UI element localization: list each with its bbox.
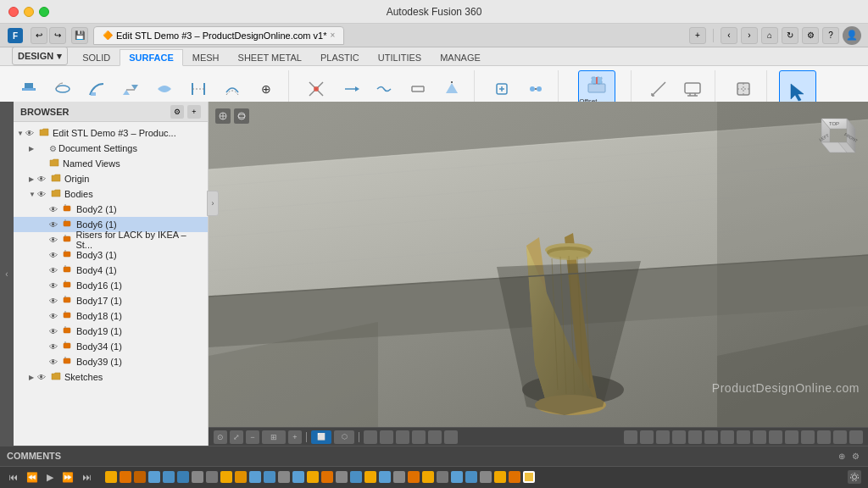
view-btn-9[interactable] — [753, 430, 766, 444]
tree-item-12[interactable]: 👁 Body17 (1) — [14, 293, 208, 308]
tab-surface[interactable]: SURFACE — [120, 49, 183, 66]
skip-to-end-button[interactable]: ⏭ — [81, 470, 93, 484]
tree-item-17[interactable]: ▶ 👁 Sketches — [14, 369, 208, 385]
timeline-op-16[interactable] — [321, 471, 333, 483]
tab-mesh[interactable]: MESH — [183, 48, 229, 65]
help-button[interactable]: ? — [822, 27, 839, 44]
tab-solid[interactable]: SOLID — [73, 48, 120, 65]
timeline-op-2[interactable] — [120, 471, 131, 483]
zoom-in-button[interactable]: + — [288, 430, 302, 444]
extensions-button[interactable]: ⚙ — [802, 27, 819, 44]
timeline-op-15[interactable] — [307, 471, 319, 483]
minimize-button[interactable] — [24, 7, 34, 17]
view-btn-15[interactable] — [849, 430, 863, 444]
design-dropdown[interactable]: DESIGN ▾ — [12, 47, 68, 65]
visibility-toggle-17[interactable]: 👁 — [37, 373, 49, 382]
maximize-button[interactable] — [39, 7, 49, 17]
nav-btn-1[interactable] — [364, 430, 377, 444]
tree-item-1[interactable]: ▼ 👁 Edit STL Demo #3 – Produc... — [14, 125, 208, 141]
timeline-marker[interactable] — [523, 471, 535, 483]
visibility-toggle-5[interactable]: 👁 — [37, 190, 49, 199]
new-tab-button[interactable]: + — [689, 27, 706, 44]
nav-arrow[interactable]: ‹ — [5, 269, 8, 279]
tree-item-14[interactable]: 👁 Body19 (1) — [14, 324, 208, 339]
view-btn-10[interactable] — [769, 430, 782, 444]
tree-item-3[interactable]: Named Views — [14, 156, 208, 171]
tree-item-11[interactable]: 👁 Body16 (1) — [14, 278, 208, 293]
look-at-button[interactable]: ⊙ — [214, 430, 227, 444]
tab-utilities[interactable]: UTILITIES — [369, 48, 431, 65]
view-btn-3[interactable] — [656, 430, 670, 444]
timeline-op-18[interactable] — [350, 471, 362, 483]
skip-to-start-button[interactable]: ⏮ — [7, 470, 19, 484]
tree-item-8[interactable]: 👁 Risers for LACK by IKEA – St... — [14, 232, 208, 247]
nav-btn-2[interactable] — [380, 430, 393, 444]
display-mode-button[interactable]: ⬜ — [311, 430, 331, 444]
tab-manage[interactable]: MANAGE — [431, 48, 490, 65]
view-btn-13[interactable] — [817, 430, 831, 444]
redo-button[interactable]: ↪ — [49, 27, 66, 44]
timeline-op-23[interactable] — [422, 471, 434, 483]
zoom-out-button[interactable]: − — [246, 430, 259, 444]
tree-item-15[interactable]: 👁 Body34 (1) — [14, 339, 208, 354]
timeline-op-22[interactable] — [408, 471, 420, 483]
3d-viewport[interactable]: TOP LEFT FRONT ProductDesignOnline.com — [209, 102, 868, 446]
tree-item-5[interactable]: ▼ 👁 Bodies — [14, 186, 208, 202]
user-avatar[interactable]: 👤 — [843, 26, 861, 45]
visibility-toggle-6[interactable]: 👁 — [49, 205, 61, 214]
timeline-op-1[interactable] — [105, 471, 117, 483]
timeline-op-10[interactable] — [235, 471, 247, 483]
visibility-toggle-9[interactable]: 👁 — [49, 251, 61, 260]
nav-btn-6[interactable] — [444, 430, 458, 444]
tree-item-6[interactable]: 👁 Body2 (1) — [14, 202, 208, 217]
timeline-op-24[interactable] — [437, 471, 448, 483]
toggle-1[interactable]: ▼ — [17, 130, 25, 137]
timeline-op-12[interactable] — [264, 471, 275, 483]
tree-item-10[interactable]: 👁 Body4 (1) — [14, 263, 208, 278]
view-btn-11[interactable] — [785, 430, 798, 444]
timeline-op-8[interactable] — [206, 471, 218, 483]
timeline-op-13[interactable] — [278, 471, 290, 483]
step-forward-button[interactable]: ⏩ — [60, 470, 75, 485]
toggle-5[interactable]: ▼ — [29, 191, 37, 198]
timeline-op-9[interactable] — [220, 471, 232, 483]
visibility-toggle-1[interactable]: 👁 — [25, 129, 37, 138]
timeline-op-14[interactable] — [292, 471, 304, 483]
view-btn-2[interactable] — [640, 430, 654, 444]
view-btn-5[interactable] — [688, 430, 702, 444]
sidebar-expand-button[interactable]: + — [187, 105, 201, 119]
view-btn-6[interactable] — [704, 430, 718, 444]
orbit-button[interactable] — [234, 108, 249, 124]
timeline-op-21[interactable] — [393, 471, 405, 483]
visibility-toggle-8[interactable]: 👁 — [49, 236, 61, 245]
view-btn-12[interactable] — [801, 430, 815, 444]
comments-settings[interactable]: ⚙ — [850, 450, 861, 463]
visibility-toggle-7[interactable]: 👁 — [49, 220, 61, 230]
tree-item-16[interactable]: 👁 Body39 (1) — [14, 354, 208, 369]
visibility-toggle-4[interactable]: 👁 — [37, 175, 49, 184]
tab-close-button[interactable]: × — [330, 30, 335, 40]
active-tab[interactable]: 🔶 Edit STL Demo #3 – ProductDesignOnline… — [93, 26, 344, 45]
timeline-op-25[interactable] — [451, 471, 463, 483]
timeline-op-4[interactable] — [148, 471, 160, 483]
visibility-toggle-16[interactable]: 👁 — [49, 358, 61, 367]
visibility-toggle-14[interactable]: 👁 — [49, 327, 61, 336]
comments-toggle[interactable]: ⊕ — [837, 450, 847, 463]
visibility-toggle-10[interactable]: 👁 — [49, 266, 61, 275]
toggle-2[interactable]: ▶ — [29, 145, 37, 152]
nav-btn-4[interactable] — [412, 430, 426, 444]
save-button[interactable]: 💾 — [71, 27, 88, 44]
view-btn-8[interactable] — [737, 430, 750, 444]
back-button[interactable]: ‹ — [721, 27, 737, 44]
tree-item-4[interactable]: ▶ 👁 Origin — [14, 171, 208, 186]
forward-button[interactable]: › — [741, 27, 758, 44]
timeline-op-6[interactable] — [177, 471, 189, 483]
toggle-4[interactable]: ▶ — [29, 175, 37, 183]
timeline-op-26[interactable] — [465, 471, 477, 483]
sidebar-settings-button[interactable]: ⚙ — [170, 105, 184, 119]
fit-view-button[interactable]: ⤢ — [230, 430, 243, 444]
timeline-op-3[interactable] — [134, 471, 146, 483]
view-btn-4[interactable] — [672, 430, 686, 444]
wireframe-button[interactable]: ⬡ — [334, 430, 354, 444]
zoom-level[interactable]: ⊞ — [262, 430, 286, 444]
